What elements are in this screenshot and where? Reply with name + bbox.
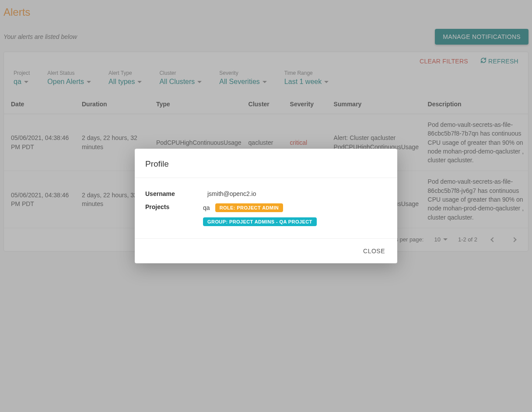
username-value: jsmith@openc2.io xyxy=(207,190,256,197)
modal-footer: CLOSE xyxy=(135,239,397,263)
projects-label: Projects xyxy=(145,203,198,210)
modal-body: Username jsmith@openc2.io Projects qa RO… xyxy=(135,178,397,239)
field-username: Username jsmith@openc2.io xyxy=(145,190,387,197)
project-name: qa xyxy=(203,204,210,211)
group-chip: GROUP: PROJECT ADMINS - QA PROJECT xyxy=(203,217,317,226)
modal-header: Profile xyxy=(135,149,397,178)
close-button[interactable]: CLOSE xyxy=(360,245,388,257)
field-projects: Projects qa ROLE: PROJECT ADMIN GROUP: P… xyxy=(145,203,387,226)
modal-overlay[interactable]: Profile Username jsmith@openc2.io Projec… xyxy=(0,0,532,412)
username-label: Username xyxy=(145,190,202,197)
projects-value: qa ROLE: PROJECT ADMIN GROUP: PROJECT AD… xyxy=(203,203,387,226)
profile-modal: Profile Username jsmith@openc2.io Projec… xyxy=(135,149,397,263)
role-chip: ROLE: PROJECT ADMIN xyxy=(215,203,284,212)
modal-title: Profile xyxy=(145,159,387,169)
